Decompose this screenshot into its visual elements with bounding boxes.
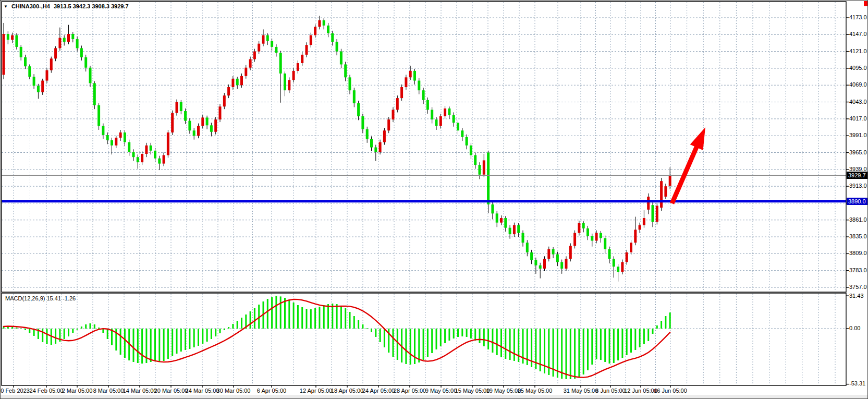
- price-axis-label[interactable]: 3757.0: [849, 284, 867, 290]
- time-axis-label[interactable]: 20 Feb 2023: [0, 388, 30, 394]
- symbol-ohlc-values: 3913.5 3942.3 3908.3 3929.7: [54, 3, 129, 9]
- grid-lines: [2, 2, 846, 385]
- chevron-down-icon[interactable]: ▼: [4, 4, 8, 9]
- level-price-badge: 3890.0: [847, 198, 868, 205]
- time-axis-label[interactable]: 12 Apr 05:00: [300, 388, 332, 394]
- time-axis-label[interactable]: 12 Jun 05:00: [624, 388, 657, 394]
- time-axis-label[interactable]: 16 Jun 05:00: [654, 388, 687, 394]
- macd-axis-min: -53.31: [849, 380, 865, 386]
- macd-indicator-label: MACD(12,26,9) 15.41 -1.26: [5, 295, 76, 301]
- price-axis-label[interactable]: 3965.0: [849, 149, 867, 155]
- candles-series: [3, 16, 671, 282]
- time-axis-label[interactable]: 24 Apr 05:00: [362, 388, 395, 394]
- macd-axis-max: 31.43: [849, 293, 864, 299]
- price-axis-label[interactable]: 3809.0: [849, 250, 867, 256]
- macd-axis-zero: 0.00: [849, 325, 860, 331]
- time-axis-label[interactable]: 18 Apr 05:00: [331, 388, 363, 394]
- time-axis-label[interactable]: 8 Mar 05:00: [93, 388, 124, 394]
- price-axis-label[interactable]: 4121.0: [849, 48, 867, 54]
- symbol-info-bar: ▼ CHINA300-,H4 3913.5 3942.3 3908.3 3929…: [4, 3, 129, 9]
- price-axis-label[interactable]: 3939.0: [849, 166, 867, 172]
- price-axis-label[interactable]: 4095.0: [849, 65, 867, 71]
- price-axis-label[interactable]: 3913.0: [849, 183, 867, 189]
- price-axis-label[interactable]: 3861.0: [849, 216, 867, 223]
- time-axis-label[interactable]: 24 Feb 05:00: [30, 388, 64, 394]
- time-axis-label[interactable]: 30 Mar 05:00: [217, 388, 251, 394]
- time-axis-label[interactable]: 25 May 05:00: [518, 388, 553, 394]
- price-axis-label[interactable]: 4147.0: [849, 31, 867, 37]
- macd-histogram: [3, 296, 671, 379]
- trend-arrow[interactable]: [672, 127, 705, 203]
- current-price-badge: 3929.7: [847, 172, 868, 179]
- time-axis-label[interactable]: 20 Mar 05:00: [154, 388, 188, 394]
- price-axis-label[interactable]: 4017.0: [849, 115, 867, 122]
- time-axis-label[interactable]: 14 Mar 05:00: [123, 388, 157, 394]
- price-axis-label[interactable]: 3991.0: [849, 132, 867, 138]
- price-axis-label[interactable]: 4069.0: [849, 81, 867, 88]
- time-axis-label[interactable]: 6 Jun 05:00: [595, 388, 626, 394]
- chart-window: ▼ CHINA300-,H4 3913.5 3942.3 3908.3 3929…: [0, 0, 868, 399]
- symbol-title: CHINA300-,H4: [11, 3, 50, 9]
- price-axis-label[interactable]: 4173.0: [849, 14, 867, 20]
- top-right-marker: [864, 1, 868, 6]
- time-axis-label[interactable]: 19 May 05:00: [486, 388, 521, 394]
- time-axis-label[interactable]: 24 Mar 05:00: [186, 388, 219, 394]
- time-axis-label[interactable]: 2 Mar 05:00: [62, 388, 93, 394]
- time-axis-label[interactable]: 9 May 05:00: [425, 388, 457, 394]
- time-axis-label[interactable]: 6 Apr 05:00: [257, 388, 286, 394]
- price-axis-label[interactable]: 4043.0: [849, 99, 867, 105]
- price-chart-canvas[interactable]: [1, 1, 868, 399]
- price-axis-label[interactable]: 3835.0: [849, 233, 867, 239]
- price-axis-label[interactable]: 3783.0: [849, 267, 867, 273]
- time-axis-label[interactable]: 15 May 05:00: [455, 388, 490, 394]
- time-axis-label[interactable]: 31 May 05:00: [564, 388, 598, 394]
- time-axis-label[interactable]: 28 Apr 05:00: [394, 388, 426, 394]
